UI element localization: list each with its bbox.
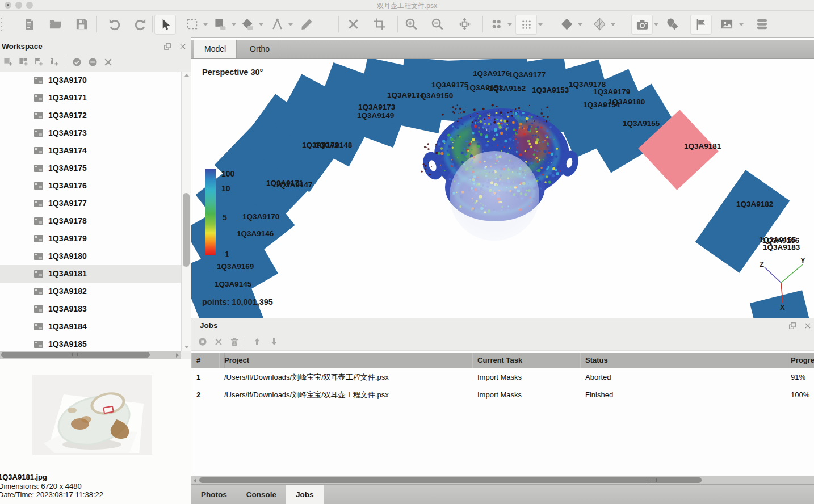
workspace-item-1Q3A9184[interactable]: 1Q3A9184	[0, 318, 181, 335]
show-model-shaded-button[interactable]	[556, 15, 577, 33]
chevron-down-icon[interactable]	[203, 23, 208, 26]
move-up-icon[interactable]	[250, 335, 264, 348]
open-project-button[interactable]	[45, 15, 65, 33]
bottom-tab-console[interactable]: Console	[237, 485, 286, 504]
cancel-job-icon[interactable]	[212, 335, 225, 348]
zoom-in-button[interactable]	[401, 15, 421, 33]
bottom-tab-photos[interactable]: Photos	[191, 485, 237, 504]
window-titlebar[interactable]: 双耳壶工程文件.psx	[0, 0, 814, 11]
bottom-tab-jobs[interactable]: Jobs	[286, 485, 324, 504]
float-panel-icon[interactable]	[162, 41, 173, 52]
workspace-item-1Q3A9176[interactable]: 1Q3A9176	[0, 177, 181, 195]
chevron-down-icon[interactable]	[259, 23, 263, 26]
camera-label: 1Q3A9169	[217, 262, 254, 271]
column-header-progress[interactable]: Progress	[786, 353, 814, 368]
show-markers-button[interactable]	[690, 15, 712, 35]
workspace-item-1Q3A9182[interactable]: 1Q3A9182	[0, 283, 181, 300]
rectangle-selection-button[interactable]	[182, 15, 202, 33]
close-panel-icon[interactable]	[803, 321, 813, 331]
scrollbar-thumb[interactable]	[183, 193, 190, 267]
show-texture-button[interactable]	[716, 15, 737, 33]
scrollbar-thumb[interactable]	[1, 352, 150, 358]
scroll-right-arrow[interactable]	[176, 353, 179, 358]
chevron-down-icon[interactable]	[739, 23, 744, 26]
jobs-panel-header: Jobs	[191, 318, 814, 334]
scroll-up-arrow[interactable]	[184, 74, 189, 77]
workspace-item-1Q3A9174[interactable]: 1Q3A9174	[0, 142, 181, 159]
show-cameras-button[interactable]	[631, 15, 653, 35]
workspace-item-1Q3A9172[interactable]: 1Q3A9172	[0, 107, 181, 124]
save-project-button[interactable]	[71, 15, 91, 33]
column-header-task[interactable]: Current Task	[472, 353, 581, 368]
view-tab-model[interactable]: Model	[194, 40, 237, 58]
redo-button[interactable]	[130, 15, 150, 33]
scroll-down-arrow[interactable]	[184, 346, 189, 348]
crop-region-button[interactable]	[369, 15, 389, 33]
delete-job-icon[interactable]	[228, 335, 241, 348]
show-shapes-button[interactable]	[662, 15, 682, 33]
disable-item-icon[interactable]	[86, 56, 99, 68]
chevron-down-icon[interactable]	[507, 23, 512, 26]
workspace-item-1Q3A9179[interactable]: 1Q3A9179	[0, 230, 181, 247]
stop-job-icon[interactable]	[196, 335, 209, 348]
add-marker-icon[interactable]	[32, 56, 45, 68]
camera-label: 1Q3A9146	[237, 229, 274, 238]
column-header-status[interactable]: Status	[580, 353, 786, 368]
camera-plane[interactable]	[695, 170, 790, 272]
photo-icon	[34, 270, 43, 278]
workspace-horizontal-scrollbar[interactable]	[0, 351, 181, 359]
view-tab-ortho[interactable]: Ortho	[240, 40, 280, 58]
workspace-item-1Q3A9183[interactable]: 1Q3A9183	[0, 300, 181, 318]
show-point-cloud-button[interactable]	[486, 15, 506, 33]
workspace-item-1Q3A9180[interactable]: 1Q3A9180	[0, 247, 181, 265]
zoom-out-button[interactable]	[427, 15, 447, 33]
chevron-down-icon[interactable]	[538, 23, 543, 26]
rotate-object-button[interactable]	[237, 15, 258, 33]
workspace-item-label: 1Q3A9172	[48, 107, 87, 124]
job-row[interactable]: 1/Users/lf/Downloads/刘峰宝宝/双耳壶工程文件.psxImp…	[191, 368, 814, 386]
show-model-wireframe-button[interactable]	[589, 15, 610, 33]
fit-view-button[interactable]	[454, 15, 475, 33]
add-chunk-icon[interactable]	[1, 56, 15, 68]
scrollbar-thumb[interactable]	[199, 477, 702, 483]
move-object-button[interactable]	[210, 15, 230, 33]
workspace-item-label: 1Q3A9176	[48, 177, 87, 195]
workspace-item-1Q3A9177[interactable]: 1Q3A9177	[0, 195, 181, 212]
show-layers-button[interactable]	[752, 15, 772, 33]
workspace-item-1Q3A9178[interactable]: 1Q3A9178	[0, 212, 181, 230]
workspace-item-1Q3A9173[interactable]: 1Q3A9173	[0, 124, 181, 142]
workspace-item-1Q3A9185[interactable]: 1Q3A9185	[0, 335, 181, 351]
jobs-horizontal-scrollbar[interactable]	[191, 476, 814, 484]
close-panel-icon[interactable]	[178, 41, 188, 52]
draw-tool-button[interactable]	[296, 15, 317, 33]
chevron-down-icon[interactable]	[654, 23, 658, 26]
chevron-down-icon[interactable]	[232, 23, 236, 26]
delete-selection-button[interactable]	[343, 15, 363, 33]
measure-tool-button[interactable]	[267, 15, 287, 33]
model-viewport[interactable]: 1Q3A91761Q3A91771Q3A91751Q3A91511Q3A9152…	[191, 59, 814, 318]
new-document-button[interactable]	[19, 15, 39, 33]
jobs-panel: Jobs # Project Current Task Status Progr…	[191, 318, 814, 504]
column-header-project[interactable]: Project	[219, 353, 473, 368]
workspace-vertical-scrollbar[interactable]	[181, 72, 191, 351]
move-down-icon[interactable]	[267, 335, 281, 348]
add-photos-icon[interactable]	[16, 56, 30, 68]
add-scalebar-icon[interactable]	[47, 56, 61, 68]
float-panel-icon[interactable]	[787, 321, 798, 331]
select-cursor-button[interactable]	[154, 15, 176, 35]
job-row[interactable]: 2/Users/lf/Downloads/刘峰宝宝/双耳壶工程文件.psxImp…	[191, 386, 814, 404]
workspace-item-1Q3A9171[interactable]: 1Q3A9171	[0, 89, 181, 107]
show-dense-cloud-button[interactable]	[515, 15, 537, 35]
enable-item-icon[interactable]	[70, 56, 83, 68]
chevron-down-icon[interactable]	[578, 23, 582, 26]
workspace-item-1Q3A9181[interactable]: 1Q3A9181	[0, 265, 181, 283]
remove-item-icon[interactable]	[101, 56, 115, 68]
workspace-item-1Q3A9175[interactable]: 1Q3A9175	[0, 159, 181, 177]
model-view-canvas[interactable]: 1Q3A91761Q3A91771Q3A91751Q3A91511Q3A9152…	[191, 59, 814, 318]
photo-icon	[34, 323, 43, 330]
workspace-item-1Q3A9170[interactable]: 1Q3A9170	[0, 72, 181, 89]
scroll-left-arrow[interactable]	[194, 478, 196, 483]
chevron-down-icon[interactable]	[611, 23, 615, 26]
chevron-down-icon[interactable]	[288, 23, 293, 26]
undo-button[interactable]	[104, 15, 124, 33]
